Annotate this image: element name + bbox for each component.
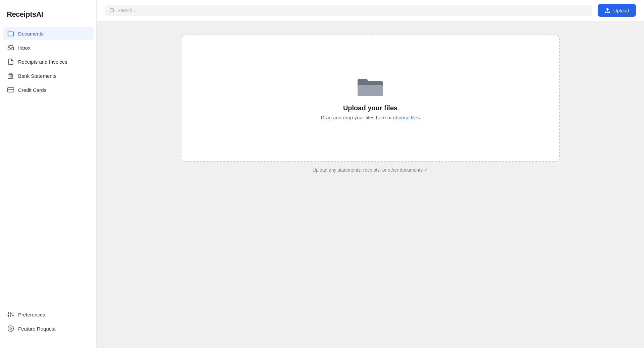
logo-text: ReceiptsAI: [7, 10, 43, 18]
folder-svg: [357, 76, 384, 98]
sidebar-item-inbox-label: Inbox: [18, 45, 31, 51]
sidebar-nav: Documents Inbox Receipts and Invoices: [0, 27, 96, 308]
sidebar-item-bank-statements[interactable]: Bank Statements: [3, 69, 94, 82]
sidebar: ReceiptsAI Documents Inbox: [0, 0, 97, 348]
logo-area: ReceiptsAI: [0, 7, 96, 27]
sidebar-item-receipts-invoices[interactable]: Receipts and Invoices: [3, 55, 94, 68]
drop-zone[interactable]: Upload your files Drag and drop your fil…: [181, 35, 560, 162]
sidebar-item-credit-cards[interactable]: Credit Cards: [3, 83, 94, 97]
search-input[interactable]: [117, 8, 588, 13]
upload-title: Upload your files: [343, 104, 397, 112]
svg-point-18: [10, 328, 12, 330]
sidebar-item-documents-label: Documents: [18, 31, 44, 37]
circle-dot-icon: [7, 325, 14, 332]
bank-icon: [7, 72, 14, 79]
inbox-icon: [7, 44, 14, 51]
main-content: Upload your files Drag and drop your fil…: [97, 21, 644, 348]
sidebar-item-credit-cards-label: Credit Cards: [18, 87, 46, 93]
sidebar-item-feature-request-label: Feature Request: [18, 326, 56, 332]
sidebar-item-bank-statements-label: Bank Statements: [18, 73, 56, 79]
sidebar-item-feature-request[interactable]: Feature Request: [3, 322, 94, 335]
app-logo: ReceiptsAI: [7, 10, 90, 19]
folder-icon: [7, 30, 14, 37]
sidebar-item-inbox[interactable]: Inbox: [3, 41, 94, 54]
svg-marker-5: [8, 73, 13, 74]
svg-point-17: [8, 326, 14, 332]
svg-rect-23: [358, 79, 368, 83]
upload-button[interactable]: Upload: [598, 4, 636, 17]
upload-button-label: Upload: [613, 8, 629, 13]
search-wrapper: [105, 5, 592, 16]
header: Upload: [97, 0, 644, 21]
svg-rect-24: [358, 85, 383, 96]
below-drop-text: Upload any statements, receipts, or othe…: [313, 167, 428, 173]
credit-card-icon: [7, 86, 14, 93]
upload-subtitle-text: Drag and drop your files here or: [321, 115, 393, 120]
svg-rect-6: [8, 88, 14, 92]
upload-subtitle: Drag and drop your files here or choose …: [321, 115, 420, 120]
receipt-icon: [7, 58, 14, 65]
upload-icon: [604, 7, 610, 13]
sidebar-item-preferences[interactable]: Preferences: [3, 308, 94, 321]
main-area: Upload Upload your files Drag and drop y…: [97, 0, 644, 348]
choose-files-link[interactable]: choose files: [393, 115, 420, 120]
folder-upload-icon: [357, 76, 384, 98]
sidebar-item-preferences-label: Preferences: [18, 312, 45, 317]
sidebar-item-receipts-invoices-label: Receipts and Invoices: [18, 59, 67, 65]
sliders-icon: [7, 311, 14, 318]
sidebar-bottom: Preferences Feature Request: [0, 308, 96, 341]
sidebar-item-documents[interactable]: Documents: [3, 27, 94, 40]
svg-line-20: [113, 11, 114, 12]
search-icon: [109, 8, 115, 13]
